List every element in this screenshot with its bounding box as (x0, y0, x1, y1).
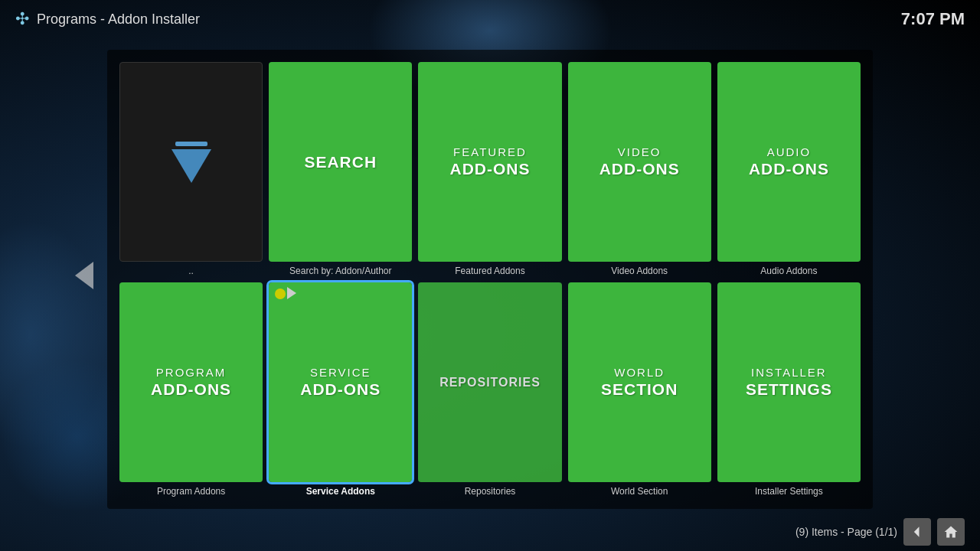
thumb-repos: REPOSITORIES (418, 282, 561, 482)
items-count: (9) Items - Page (1/1) (795, 526, 897, 538)
footer: (9) Items - Page (1/1) (0, 513, 980, 551)
thumb-video: VIDEOADD-ONS (568, 62, 711, 262)
home-button[interactable] (937, 518, 965, 546)
thumb-search: SEARCH (269, 62, 412, 262)
grid-item-video[interactable]: VIDEOADD-ONSVideo Addons (568, 62, 711, 276)
grid-label-video: Video Addons (611, 266, 668, 276)
addon-grid: ..SEARCHSearch by: Addon/AuthorFEATUREDA… (107, 50, 873, 509)
focus-cursor (287, 287, 296, 299)
thumb-back (119, 62, 263, 262)
prev-page-button[interactable] (903, 518, 931, 546)
tile-text-audio: AUDIOADD-ONS (743, 139, 835, 184)
svg-marker-1 (945, 527, 958, 538)
tile-text-repos: REPOSITORIES (433, 369, 547, 396)
grid-label-service: Service Addons (306, 486, 375, 497)
grid-item-search[interactable]: SEARCHSearch by: Addon/Author (269, 62, 412, 276)
grid-item-back[interactable]: .. (119, 62, 263, 276)
tile-text-program: PROGRAMADD-ONS (145, 360, 237, 405)
grid-label-world: World Section (611, 486, 668, 497)
grid-label-repos: Repositories (465, 486, 516, 497)
focus-dot (275, 289, 286, 299)
thumb-service: SERVICEADD-ONS (269, 282, 412, 482)
svg-marker-0 (914, 527, 920, 536)
back-arrow-icon (172, 142, 211, 183)
tile-text-featured: FEATUREDADD-ONS (443, 139, 536, 184)
clock: 7:07 PM (901, 9, 965, 29)
tile-text-search: SEARCH (298, 146, 383, 178)
header: ✣ Programs - Addon Installer 7:07 PM (0, 0, 980, 38)
thumb-featured: FEATUREDADD-ONS (418, 62, 561, 262)
grid-item-repos[interactable]: REPOSITORIESRepositories (418, 282, 561, 497)
grid-label-search: Search by: Addon/Author (289, 266, 391, 276)
thumb-audio: AUDIOADD-ONS (717, 62, 861, 262)
thumb-world: WORLDSECTION (568, 282, 711, 482)
grid-label-back: .. (188, 266, 194, 276)
grid-item-featured[interactable]: FEATUREDADD-ONSFeatured Addons (418, 62, 561, 276)
grid-item-installer[interactable]: INSTALLERSETTINGSInstaller Settings (717, 282, 861, 497)
puzzle-icon: ✣ (15, 9, 29, 29)
grid-item-audio[interactable]: AUDIOADD-ONSAudio Addons (717, 62, 861, 276)
grid-label-audio: Audio Addons (760, 266, 817, 276)
tile-text-installer: INSTALLERSETTINGS (740, 360, 838, 405)
header-left: ✣ Programs - Addon Installer (15, 9, 200, 29)
thumb-program: PROGRAMADD-ONS (119, 282, 263, 482)
grid-item-program[interactable]: PROGRAMADD-ONSProgram Addons (119, 282, 263, 497)
home-icon (943, 524, 959, 540)
grid-label-program: Program Addons (157, 486, 225, 497)
tile-text-world: WORLDSECTION (595, 360, 684, 405)
nav-left[interactable] (69, 253, 100, 298)
grid-label-installer: Installer Settings (755, 486, 823, 497)
arrow-left-icon (910, 524, 925, 540)
thumb-installer: INSTALLERSETTINGS (717, 282, 861, 482)
tile-text-service: SERVICEADD-ONS (294, 360, 387, 405)
grid-item-world[interactable]: WORLDSECTIONWorld Section (568, 282, 711, 497)
left-arrow-icon (75, 262, 93, 289)
header-title: Programs - Addon Installer (37, 11, 200, 28)
tile-text-video: VIDEOADD-ONS (593, 139, 686, 184)
grid-item-service[interactable]: SERVICEADD-ONSService Addons (269, 282, 412, 497)
content-area: ..SEARCHSearch by: Addon/AuthorFEATUREDA… (107, 50, 873, 509)
grid-label-featured: Featured Addons (455, 266, 524, 276)
